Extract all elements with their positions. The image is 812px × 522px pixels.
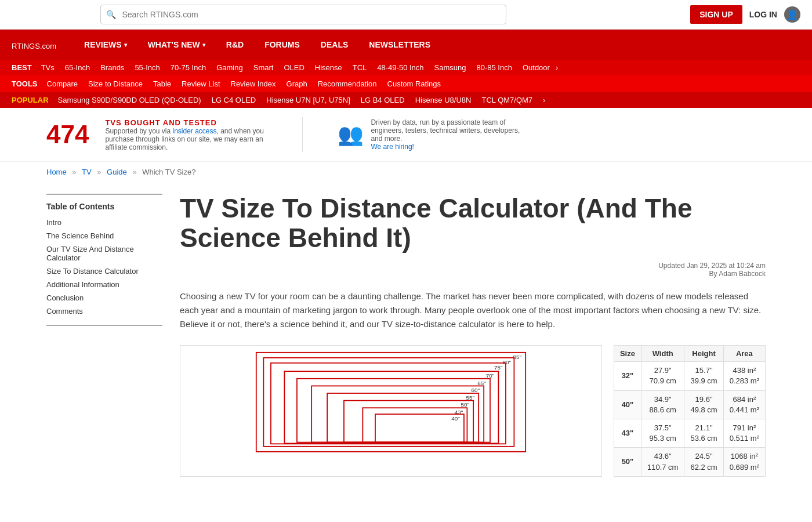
best-55inch[interactable]: 55-Inch xyxy=(130,62,164,73)
insider-access-link[interactable]: insider access xyxy=(173,127,217,135)
diagram-wrap: 85" 80" 75" 70" 65" 60" xyxy=(180,345,766,477)
toc-item-comments[interactable]: Comments xyxy=(46,304,162,318)
row-width: 34.9"88.6 cm xyxy=(641,390,684,419)
top-bar: 🔍 SIGN UP LOG IN 👤 xyxy=(0,0,812,30)
toc-item-science[interactable]: The Science Behind xyxy=(46,229,162,242)
team-desc: Driven by data, run by a passionate team… xyxy=(371,118,533,151)
popular-hisense-u7n[interactable]: Hisense U7N [U7, U75N] xyxy=(262,95,355,106)
nav-deals[interactable]: DEALS xyxy=(310,30,358,60)
svg-text:50": 50" xyxy=(461,402,469,408)
svg-text:40": 40" xyxy=(451,415,460,422)
best-brands[interactable]: Brands xyxy=(96,62,129,73)
row-width: 27.9"70.9 cm xyxy=(641,362,684,390)
logo-suffix: .com xyxy=(40,42,56,50)
stat-divider xyxy=(302,117,303,152)
row-height: 21.1"53.6 cm xyxy=(684,419,723,447)
best-oled[interactable]: OLED xyxy=(279,62,309,73)
main-content: Table of Contents Intro The Science Behi… xyxy=(0,182,812,488)
nav-forums[interactable]: FORUMS xyxy=(254,30,310,60)
breadcrumb: Home » TV » Guide » Which TV Size? xyxy=(0,162,812,182)
toc-item-calculator[interactable]: Our TV Size And Distance Calculator xyxy=(46,242,162,264)
breadcrumb-guide[interactable]: Guide xyxy=(107,168,127,176)
nav-newsletters[interactable]: NEWSLETTERS xyxy=(358,30,441,60)
popular-tcl-qm7[interactable]: TCL QM7/QM7 xyxy=(477,95,537,106)
row-area: 791 in²0.511 m² xyxy=(723,419,765,447)
row-area: 684 in²0.441 m² xyxy=(723,390,765,419)
stat-text: TVS BOUGHT AND TESTED Supported by you v… xyxy=(105,118,267,151)
best-48-49-50inch[interactable]: 48-49-50 Inch xyxy=(372,62,428,73)
stats-bar: 474 TVS BOUGHT AND TESTED Supported by y… xyxy=(0,108,812,162)
breadcrumb-home[interactable]: Home xyxy=(46,168,67,176)
tool-custom-ratings[interactable]: Custom Ratings xyxy=(383,78,445,90)
toc-item-conclusion[interactable]: Conclusion xyxy=(46,291,162,304)
nav-items: REVIEWS ▾ WHAT'S NEW ▾ R&D FORUMS DEALS … xyxy=(74,30,441,60)
tool-graph[interactable]: Graph xyxy=(282,78,312,90)
best-tvs[interactable]: TVs xyxy=(37,62,59,73)
row-width: 43.6"110.7 cm xyxy=(641,448,684,476)
popular-lg-c4[interactable]: LG C4 OLED xyxy=(207,95,261,106)
sidebar-border xyxy=(46,325,162,326)
breadcrumb-tv[interactable]: TV xyxy=(82,168,92,176)
best-70-75inch[interactable]: 70-75 Inch xyxy=(166,62,211,73)
breadcrumb-sep-2: » xyxy=(97,168,101,176)
tool-table[interactable]: Table xyxy=(148,78,176,90)
popular-lg-b4[interactable]: LG B4 OLED xyxy=(356,95,409,106)
col-width: Width xyxy=(641,346,684,362)
best-samsung[interactable]: Samsung xyxy=(430,62,471,73)
popular-more: › xyxy=(538,95,550,106)
hiring-link[interactable]: We are hiring! xyxy=(371,143,414,151)
tool-review-index[interactable]: Review Index xyxy=(226,78,281,90)
row-height: 15.7"39.9 cm xyxy=(684,362,723,390)
svg-text:55": 55" xyxy=(466,394,474,401)
nav-reviews[interactable]: REVIEWS ▾ xyxy=(74,30,137,60)
svg-rect-18 xyxy=(375,414,464,443)
updated-date: Updated Jan 29, 2025 at 10:24 am xyxy=(180,262,766,270)
popular-hisense-u8[interactable]: Hisense U8/U8N xyxy=(411,95,476,106)
toc-item-size-distance[interactable]: Size To Distance Calculator xyxy=(46,264,162,278)
stat-team: 👥 Driven by data, run by a passionate te… xyxy=(338,118,533,151)
tool-recommendation[interactable]: Recommendation xyxy=(313,78,382,90)
tool-size-to-distance[interactable]: Size to Distance xyxy=(84,78,147,90)
login-button[interactable]: LOG IN xyxy=(749,10,777,19)
author: By Adam Babcock xyxy=(180,270,766,278)
row-size: 40" xyxy=(614,390,641,419)
row-height: 24.5"62.2 cm xyxy=(684,448,723,476)
best-more: › xyxy=(556,63,558,72)
best-label: BEST xyxy=(12,63,32,72)
svg-text:60": 60" xyxy=(471,387,480,393)
site-logo[interactable]: RTINGS.com xyxy=(12,37,56,52)
best-tcl[interactable]: TCL xyxy=(348,62,372,73)
best-gaming[interactable]: Gaming xyxy=(212,62,248,73)
size-table: Size Width Height Area 32" 27.9"70.9 cm … xyxy=(614,345,766,477)
row-size: 32" xyxy=(614,362,641,390)
best-outdoor[interactable]: Outdoor xyxy=(518,62,554,73)
signup-button[interactable]: SIGN UP xyxy=(690,5,742,24)
toc-item-additional[interactable]: Additional Information xyxy=(46,278,162,291)
user-avatar[interactable]: 👤 xyxy=(784,6,800,23)
nav-whats-new[interactable]: WHAT'S NEW ▾ xyxy=(137,30,216,60)
row-area: 438 in²0.283 m² xyxy=(723,362,765,390)
popular-nav: POPULAR Samsung S90D/S90DD OLED (QD-OLED… xyxy=(0,92,812,108)
best-80-85inch[interactable]: 80-85 Inch xyxy=(472,62,516,73)
tool-compare[interactable]: Compare xyxy=(42,78,82,90)
toc-title: Table of Contents xyxy=(46,202,162,211)
nav-rd[interactable]: R&D xyxy=(216,30,254,60)
search-input[interactable] xyxy=(100,5,506,24)
popular-label: POPULAR xyxy=(12,96,49,104)
best-65inch[interactable]: 65-Inch xyxy=(60,62,95,73)
row-height: 19.6"49.8 cm xyxy=(684,390,723,419)
tool-review-list[interactable]: Review List xyxy=(177,78,224,90)
best-hisense[interactable]: Hisense xyxy=(310,62,347,73)
best-nav: BEST TVs 65-Inch Brands 55-Inch 70-75 In… xyxy=(0,60,812,75)
col-size: Size xyxy=(614,346,641,362)
svg-text:65": 65" xyxy=(477,380,486,386)
sidebar: Table of Contents Intro The Science Behi… xyxy=(46,194,162,477)
search-wrap: 🔍 xyxy=(100,5,506,24)
table-row: 40" 34.9"88.6 cm 19.6"49.8 cm 684 in²0.4… xyxy=(614,390,765,419)
popular-samsung-s90d[interactable]: Samsung S90D/S90DD OLED (QD-OLED) xyxy=(53,95,206,106)
search-icon: 🔍 xyxy=(106,10,116,19)
stat-tvs: 474 TVS BOUGHT AND TESTED Supported by y… xyxy=(46,118,267,151)
best-smart[interactable]: Smart xyxy=(249,62,278,73)
toc-item-intro[interactable]: Intro xyxy=(46,216,162,229)
table-row: 50" 43.6"110.7 cm 24.5"62.2 cm 1068 in²0… xyxy=(614,448,765,476)
